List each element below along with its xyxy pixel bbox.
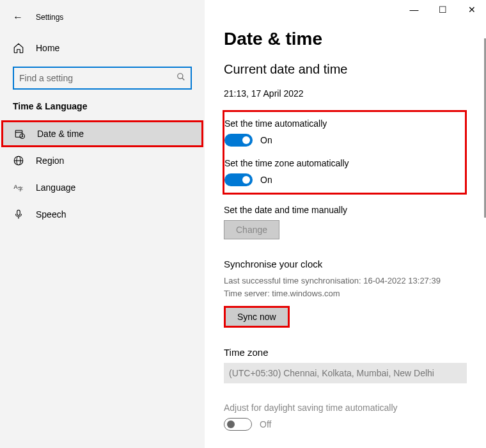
nav-label: Language [36,182,75,193]
microphone-icon [13,209,24,220]
current-datetime-value: 21:13, 17 April 2022 [224,88,467,99]
dst-state: Off [260,419,271,429]
dst-toggle [224,418,252,431]
timezone-heading: Time zone [224,347,467,358]
svg-text:字: 字 [18,186,23,192]
home-button[interactable]: Home [0,35,205,61]
sync-heading: Synchronise your clock [224,259,467,269]
search-input[interactable] [13,67,192,90]
auto-tz-label: Set the time zone automatically [224,158,457,168]
calendar-clock-icon [14,128,26,140]
nav-date-time[interactable]: Date & time [1,120,203,147]
current-datetime-heading: Current date and time [224,62,467,77]
language-icon: A字 [13,182,24,193]
nav-label: Speech [36,209,66,220]
auto-time-label: Set the time automatically [224,118,457,129]
nav-label: Date & time [37,129,84,139]
content-area: Date & time Current date and time 21:13,… [205,0,486,448]
auto-settings-highlight: Set the time automatically On Set the ti… [223,110,467,195]
sidebar: ← Settings Home Time & Language Date & t… [0,0,205,448]
svg-point-0 [178,74,183,79]
nav-label: Region [36,156,64,166]
dst-label: Adjust for daylight saving time automati… [224,403,467,413]
category-heading: Time & Language [0,90,205,120]
app-title: Settings [36,13,63,22]
nav-region[interactable]: Region [0,147,205,174]
svg-text:A: A [14,184,18,190]
change-button: Change [224,220,279,239]
home-icon [13,42,24,54]
search-icon [176,72,185,84]
svg-rect-12 [17,210,20,215]
auto-time-state: On [260,135,272,145]
globe-icon [13,155,24,166]
auto-tz-toggle[interactable] [224,173,253,186]
nav-speech[interactable]: Speech [0,201,205,228]
sync-now-button[interactable]: Sync now [224,306,290,328]
svg-line-1 [182,78,185,81]
timezone-select: (UTC+05:30) Chennai, Kolkata, Mumbai, Ne… [224,363,467,383]
sync-server: Time server: time.windows.com [224,287,467,300]
auto-time-toggle[interactable] [224,134,253,147]
back-button[interactable]: ← [13,12,23,23]
manual-label: Set the date and time manually [224,205,467,215]
home-label: Home [36,43,59,53]
svg-line-6 [22,136,24,137]
sync-last: Last successful time synchronisation: 16… [224,275,467,287]
page-title: Date & time [224,29,467,49]
auto-tz-state: On [260,175,272,185]
nav-language[interactable]: A字 Language [0,174,205,201]
